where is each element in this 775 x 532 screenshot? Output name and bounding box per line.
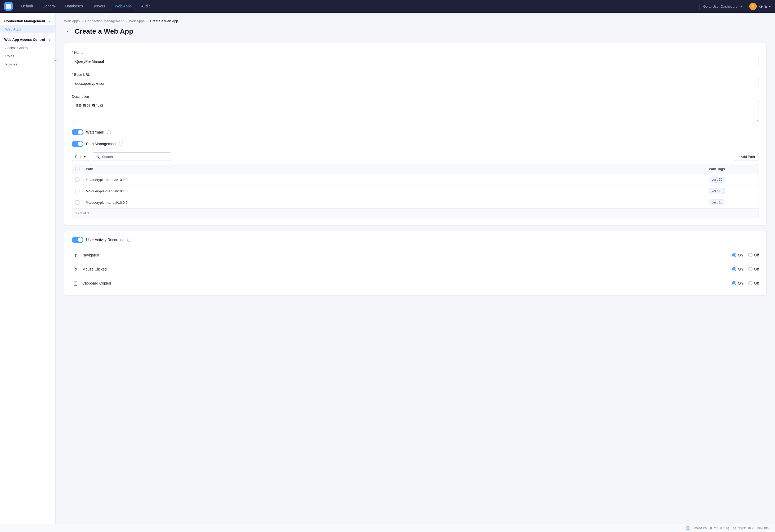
base-url-input[interactable]	[72, 79, 759, 88]
mouse-clicked-off-radio[interactable]	[748, 267, 752, 271]
description-textarea[interactable]: 쿼리파이 매뉴얼	[72, 101, 759, 122]
row3-checkbox[interactable]	[75, 200, 79, 204]
sidebar-section-connection-management[interactable]: Connection Management ▲	[0, 17, 55, 25]
navigated-on-radio[interactable]	[732, 253, 736, 257]
clipboard-copied-label: Clipboard Copied	[82, 281, 732, 285]
path-table: Path Path Tags /ko/querypie-manual/10.2.…	[72, 164, 759, 218]
row1-checkbox-cell	[72, 175, 83, 184]
base-url-field-group: * Base URL	[72, 73, 759, 88]
tab-general[interactable]: General	[38, 2, 60, 10]
navigated-off-option[interactable]: Off	[748, 253, 759, 257]
clipboard-copied-off-radio[interactable]	[748, 281, 752, 285]
footer: 🌐 Asia/Seoul (GMT+09:00) QueryPie 10.2.2…	[0, 524, 775, 532]
path-search-input[interactable]	[102, 155, 168, 159]
navigated-label: Navigated	[82, 253, 732, 257]
user-activity-info-icon[interactable]: i	[127, 238, 131, 242]
table-header-checkbox-cell	[72, 164, 83, 174]
user-menu[interactable]: K keira ▾	[749, 3, 771, 10]
breadcrumb-web-apps-2[interactable]: Web Apps	[129, 19, 145, 23]
mouse-clicked-radio-group: On Off	[732, 267, 759, 271]
name-input[interactable]	[72, 57, 759, 66]
tab-audit[interactable]: Audit	[137, 2, 154, 10]
mouse-clicked-on-option[interactable]: On	[732, 267, 743, 271]
row3-tag-1: ver : 10	[709, 199, 725, 205]
navigated-radio-group: On Off	[732, 253, 759, 257]
back-button[interactable]: ‹	[64, 28, 71, 35]
path-dropdown[interactable]: Path ▾	[72, 153, 89, 161]
user-activity-toggle[interactable]	[72, 236, 83, 243]
sidebar-item-policies[interactable]: Policies	[0, 60, 55, 68]
user-activity-label: User Activity Recording	[86, 238, 124, 242]
go-to-dashboard-button[interactable]: Go to User Dashboard ↗	[699, 3, 746, 10]
nav-right: Go to User Dashboard ↗ K keira ▾	[699, 3, 771, 10]
watermark-toggle[interactable]	[72, 129, 83, 135]
watermark-info-icon[interactable]: i	[107, 130, 111, 134]
path-dropdown-chevron-icon: ▾	[84, 155, 86, 159]
app-logo[interactable]	[4, 2, 13, 11]
clipboard-copied-on-option[interactable]: On	[732, 281, 743, 285]
path-management-toggle[interactable]	[72, 141, 83, 147]
navigated-on-option[interactable]: On	[732, 253, 743, 257]
sidebar-section-web-app-access-control[interactable]: Web App Access Control ▲	[0, 35, 55, 44]
form-section: * Name * Base URL Description 쿼리파이 매뉴얼	[64, 43, 767, 226]
search-icon: 🔍	[95, 154, 100, 159]
sidebar-section-connection-management-label: Connection Management	[4, 19, 45, 23]
footer-version: QueryPie 10.2.2-6c788fb	[733, 526, 769, 530]
sidebar-item-web-apps[interactable]: Web Apps	[0, 25, 55, 33]
row1-checkbox[interactable]	[75, 177, 79, 182]
footer-timezone: Asia/Seoul (GMT+09:00)	[694, 526, 729, 530]
access-control-chevron-icon: ▲	[48, 38, 51, 41]
table-row: /ko/querypie-manual/10.2.0 ver : 10	[72, 174, 759, 185]
table-row: /ko/querypie-manual/10.1.0 ver : 10	[72, 185, 759, 197]
page-title: Create a Web App	[75, 27, 133, 35]
clipboard-copied-on-radio[interactable]	[732, 281, 736, 285]
path-dropdown-label: Path	[75, 155, 82, 159]
row3-path: /ko/querypie-manual/10.0.0	[83, 198, 706, 207]
breadcrumb-connection-management[interactable]: Connection Management	[85, 19, 123, 23]
mouse-clicked-on-radio[interactable]	[732, 267, 736, 271]
add-path-button[interactable]: + Add Path	[734, 153, 759, 161]
breadcrumb-web-apps[interactable]: Web Apps	[64, 19, 80, 23]
clipboard-icon: 📋	[72, 280, 79, 287]
user-name: keira	[759, 4, 767, 8]
clipboard-copied-radio-group: On Off	[732, 281, 759, 285]
breadcrumb-create-web-app: Create a Web App	[150, 19, 178, 23]
go-to-dashboard-label: Go to User Dashboard	[703, 5, 738, 8]
path-management-toggle-row: Path Management i	[72, 141, 759, 147]
clipboard-copied-row: 📋 Clipboard Copied On Off	[72, 276, 759, 290]
row1-tag-1: ver : 10	[709, 177, 725, 182]
breadcrumb: Web Apps › Connection Management › Web A…	[64, 19, 767, 23]
description-field-group: Description 쿼리파이 매뉴얼	[72, 95, 759, 123]
main-content: Web Apps › Connection Management › Web A…	[56, 13, 775, 532]
globe-icon: 🌐	[686, 526, 690, 530]
clipboard-copied-off-option[interactable]: Off	[748, 281, 759, 285]
row3-checkbox-cell	[72, 198, 83, 207]
sidebar-item-roles[interactable]: Roles	[0, 52, 55, 60]
row2-checkbox[interactable]	[75, 189, 79, 193]
sidebar-item-access-control[interactable]: Access Control	[0, 44, 55, 52]
row2-tags: ver : 10	[706, 185, 759, 196]
sidebar: Connection Management ▲ Web Apps Web App…	[0, 13, 56, 532]
user-avatar: K	[749, 3, 757, 10]
table-pagination: 1 - 3 of 3	[72, 208, 759, 218]
tab-servers[interactable]: Servers	[88, 2, 109, 10]
navigated-off-radio[interactable]	[748, 253, 752, 257]
breadcrumb-sep-1: ›	[82, 19, 83, 23]
row2-checkbox-cell	[72, 186, 83, 196]
path-management-info-icon[interactable]: i	[119, 142, 123, 146]
row1-path: /ko/querypie-manual/10.2.0	[83, 175, 706, 184]
path-search-box: 🔍	[92, 152, 171, 161]
tab-databases[interactable]: Databases	[61, 2, 87, 10]
row2-tag-1: ver : 10	[709, 188, 725, 194]
tab-webapps[interactable]: Web Apps	[110, 2, 136, 10]
path-management-label: Path Management	[86, 142, 116, 146]
base-url-label-text: Base URL	[74, 73, 90, 77]
sidebar-collapse-button[interactable]: ‹	[53, 57, 59, 63]
select-all-checkbox[interactable]	[75, 167, 79, 171]
mouse-clicked-off-option[interactable]: Off	[748, 267, 759, 271]
navigate-icon: ⬆	[72, 251, 79, 259]
name-required-star: *	[72, 51, 73, 55]
name-label-text: Name	[74, 51, 83, 55]
name-field-group: * Name	[72, 51, 759, 66]
tab-default[interactable]: Default	[17, 2, 37, 10]
